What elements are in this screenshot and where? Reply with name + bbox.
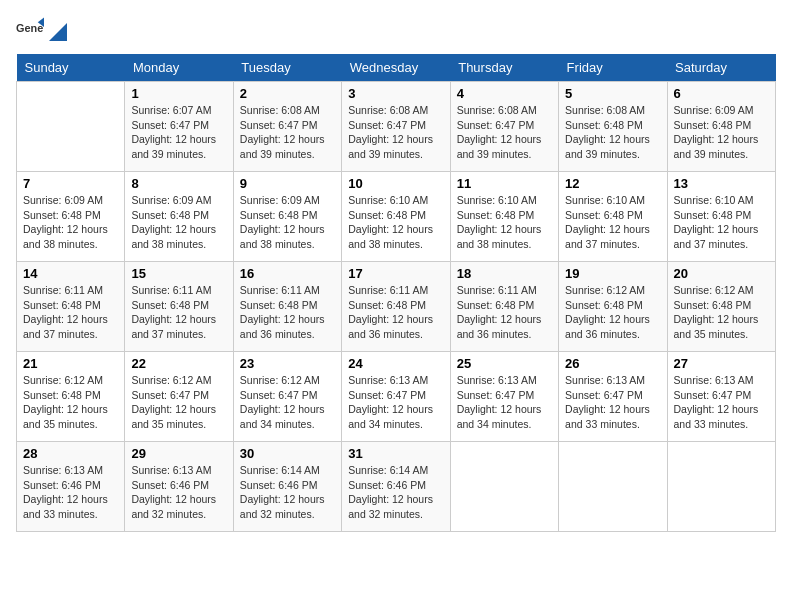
day-info: Sunrise: 6:08 AM Sunset: 6:47 PM Dayligh… bbox=[348, 103, 443, 162]
calendar-cell: 8Sunrise: 6:09 AM Sunset: 6:48 PM Daylig… bbox=[125, 172, 233, 262]
calendar-cell: 23Sunrise: 6:12 AM Sunset: 6:47 PM Dayli… bbox=[233, 352, 341, 442]
logo: General bbox=[16, 16, 68, 44]
day-info: Sunrise: 6:13 AM Sunset: 6:47 PM Dayligh… bbox=[348, 373, 443, 432]
day-info: Sunrise: 6:13 AM Sunset: 6:46 PM Dayligh… bbox=[23, 463, 118, 522]
day-number: 15 bbox=[131, 266, 226, 281]
calendar-cell bbox=[450, 442, 558, 532]
calendar-week-row: 28Sunrise: 6:13 AM Sunset: 6:46 PM Dayli… bbox=[17, 442, 776, 532]
day-number: 31 bbox=[348, 446, 443, 461]
day-info: Sunrise: 6:13 AM Sunset: 6:47 PM Dayligh… bbox=[674, 373, 769, 432]
day-info: Sunrise: 6:12 AM Sunset: 6:48 PM Dayligh… bbox=[565, 283, 660, 342]
day-info: Sunrise: 6:13 AM Sunset: 6:47 PM Dayligh… bbox=[565, 373, 660, 432]
calendar-cell: 28Sunrise: 6:13 AM Sunset: 6:46 PM Dayli… bbox=[17, 442, 125, 532]
calendar-cell: 30Sunrise: 6:14 AM Sunset: 6:46 PM Dayli… bbox=[233, 442, 341, 532]
calendar-cell: 10Sunrise: 6:10 AM Sunset: 6:48 PM Dayli… bbox=[342, 172, 450, 262]
svg-marker-2 bbox=[49, 23, 67, 41]
calendar-cell: 4Sunrise: 6:08 AM Sunset: 6:47 PM Daylig… bbox=[450, 82, 558, 172]
calendar-week-row: 14Sunrise: 6:11 AM Sunset: 6:48 PM Dayli… bbox=[17, 262, 776, 352]
calendar-cell: 9Sunrise: 6:09 AM Sunset: 6:48 PM Daylig… bbox=[233, 172, 341, 262]
calendar-cell bbox=[559, 442, 667, 532]
day-number: 23 bbox=[240, 356, 335, 371]
page-header: General bbox=[16, 16, 776, 44]
day-number: 29 bbox=[131, 446, 226, 461]
day-number: 9 bbox=[240, 176, 335, 191]
calendar-cell: 18Sunrise: 6:11 AM Sunset: 6:48 PM Dayli… bbox=[450, 262, 558, 352]
day-number: 24 bbox=[348, 356, 443, 371]
day-info: Sunrise: 6:12 AM Sunset: 6:48 PM Dayligh… bbox=[674, 283, 769, 342]
calendar-cell: 21Sunrise: 6:12 AM Sunset: 6:48 PM Dayli… bbox=[17, 352, 125, 442]
calendar-week-row: 1Sunrise: 6:07 AM Sunset: 6:47 PM Daylig… bbox=[17, 82, 776, 172]
day-number: 12 bbox=[565, 176, 660, 191]
day-info: Sunrise: 6:08 AM Sunset: 6:48 PM Dayligh… bbox=[565, 103, 660, 162]
weekday-header-thursday: Thursday bbox=[450, 54, 558, 82]
day-info: Sunrise: 6:09 AM Sunset: 6:48 PM Dayligh… bbox=[131, 193, 226, 252]
weekday-header-sunday: Sunday bbox=[17, 54, 125, 82]
day-number: 14 bbox=[23, 266, 118, 281]
calendar-cell: 1Sunrise: 6:07 AM Sunset: 6:47 PM Daylig… bbox=[125, 82, 233, 172]
day-number: 18 bbox=[457, 266, 552, 281]
day-info: Sunrise: 6:11 AM Sunset: 6:48 PM Dayligh… bbox=[348, 283, 443, 342]
calendar-cell bbox=[17, 82, 125, 172]
day-info: Sunrise: 6:12 AM Sunset: 6:47 PM Dayligh… bbox=[240, 373, 335, 432]
day-number: 22 bbox=[131, 356, 226, 371]
weekday-header-friday: Friday bbox=[559, 54, 667, 82]
day-info: Sunrise: 6:10 AM Sunset: 6:48 PM Dayligh… bbox=[674, 193, 769, 252]
day-info: Sunrise: 6:14 AM Sunset: 6:46 PM Dayligh… bbox=[240, 463, 335, 522]
calendar-cell: 22Sunrise: 6:12 AM Sunset: 6:47 PM Dayli… bbox=[125, 352, 233, 442]
day-number: 19 bbox=[565, 266, 660, 281]
day-number: 10 bbox=[348, 176, 443, 191]
calendar-cell: 11Sunrise: 6:10 AM Sunset: 6:48 PM Dayli… bbox=[450, 172, 558, 262]
day-number: 26 bbox=[565, 356, 660, 371]
day-info: Sunrise: 6:09 AM Sunset: 6:48 PM Dayligh… bbox=[240, 193, 335, 252]
calendar-cell: 2Sunrise: 6:08 AM Sunset: 6:47 PM Daylig… bbox=[233, 82, 341, 172]
calendar-cell bbox=[667, 442, 775, 532]
logo-icon: General bbox=[16, 16, 44, 44]
day-info: Sunrise: 6:09 AM Sunset: 6:48 PM Dayligh… bbox=[674, 103, 769, 162]
day-info: Sunrise: 6:10 AM Sunset: 6:48 PM Dayligh… bbox=[457, 193, 552, 252]
day-number: 25 bbox=[457, 356, 552, 371]
calendar-cell: 5Sunrise: 6:08 AM Sunset: 6:48 PM Daylig… bbox=[559, 82, 667, 172]
day-info: Sunrise: 6:10 AM Sunset: 6:48 PM Dayligh… bbox=[348, 193, 443, 252]
day-number: 13 bbox=[674, 176, 769, 191]
day-info: Sunrise: 6:08 AM Sunset: 6:47 PM Dayligh… bbox=[457, 103, 552, 162]
day-info: Sunrise: 6:11 AM Sunset: 6:48 PM Dayligh… bbox=[131, 283, 226, 342]
weekday-header-wednesday: Wednesday bbox=[342, 54, 450, 82]
day-info: Sunrise: 6:12 AM Sunset: 6:48 PM Dayligh… bbox=[23, 373, 118, 432]
calendar-cell: 3Sunrise: 6:08 AM Sunset: 6:47 PM Daylig… bbox=[342, 82, 450, 172]
calendar-cell: 17Sunrise: 6:11 AM Sunset: 6:48 PM Dayli… bbox=[342, 262, 450, 352]
day-info: Sunrise: 6:07 AM Sunset: 6:47 PM Dayligh… bbox=[131, 103, 226, 162]
day-info: Sunrise: 6:08 AM Sunset: 6:47 PM Dayligh… bbox=[240, 103, 335, 162]
day-info: Sunrise: 6:14 AM Sunset: 6:46 PM Dayligh… bbox=[348, 463, 443, 522]
day-number: 7 bbox=[23, 176, 118, 191]
calendar-cell: 16Sunrise: 6:11 AM Sunset: 6:48 PM Dayli… bbox=[233, 262, 341, 352]
day-number: 20 bbox=[674, 266, 769, 281]
calendar-cell: 25Sunrise: 6:13 AM Sunset: 6:47 PM Dayli… bbox=[450, 352, 558, 442]
day-number: 28 bbox=[23, 446, 118, 461]
day-info: Sunrise: 6:13 AM Sunset: 6:46 PM Dayligh… bbox=[131, 463, 226, 522]
logo-triangle-icon bbox=[49, 23, 67, 41]
calendar-cell: 27Sunrise: 6:13 AM Sunset: 6:47 PM Dayli… bbox=[667, 352, 775, 442]
day-number: 27 bbox=[674, 356, 769, 371]
day-info: Sunrise: 6:10 AM Sunset: 6:48 PM Dayligh… bbox=[565, 193, 660, 252]
day-number: 4 bbox=[457, 86, 552, 101]
calendar-week-row: 21Sunrise: 6:12 AM Sunset: 6:48 PM Dayli… bbox=[17, 352, 776, 442]
day-number: 2 bbox=[240, 86, 335, 101]
day-number: 5 bbox=[565, 86, 660, 101]
day-number: 6 bbox=[674, 86, 769, 101]
calendar-cell: 13Sunrise: 6:10 AM Sunset: 6:48 PM Dayli… bbox=[667, 172, 775, 262]
day-number: 3 bbox=[348, 86, 443, 101]
weekday-header-saturday: Saturday bbox=[667, 54, 775, 82]
day-info: Sunrise: 6:12 AM Sunset: 6:47 PM Dayligh… bbox=[131, 373, 226, 432]
weekday-header-row: SundayMondayTuesdayWednesdayThursdayFrid… bbox=[17, 54, 776, 82]
day-number: 8 bbox=[131, 176, 226, 191]
calendar-cell: 15Sunrise: 6:11 AM Sunset: 6:48 PM Dayli… bbox=[125, 262, 233, 352]
calendar-week-row: 7Sunrise: 6:09 AM Sunset: 6:48 PM Daylig… bbox=[17, 172, 776, 262]
day-number: 17 bbox=[348, 266, 443, 281]
calendar-cell: 12Sunrise: 6:10 AM Sunset: 6:48 PM Dayli… bbox=[559, 172, 667, 262]
day-info: Sunrise: 6:09 AM Sunset: 6:48 PM Dayligh… bbox=[23, 193, 118, 252]
calendar-cell: 24Sunrise: 6:13 AM Sunset: 6:47 PM Dayli… bbox=[342, 352, 450, 442]
calendar-cell: 20Sunrise: 6:12 AM Sunset: 6:48 PM Dayli… bbox=[667, 262, 775, 352]
day-number: 30 bbox=[240, 446, 335, 461]
weekday-header-monday: Monday bbox=[125, 54, 233, 82]
day-number: 21 bbox=[23, 356, 118, 371]
